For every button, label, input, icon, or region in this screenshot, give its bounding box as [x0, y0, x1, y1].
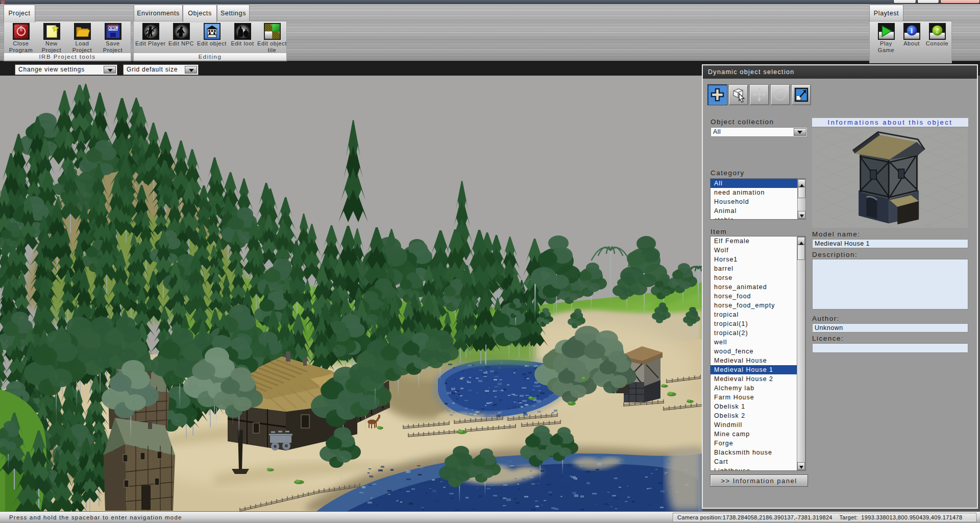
svg-text:?: ?	[935, 27, 939, 35]
svg-text:i: i	[911, 27, 913, 35]
svg-text:XML: XML	[108, 26, 118, 31]
